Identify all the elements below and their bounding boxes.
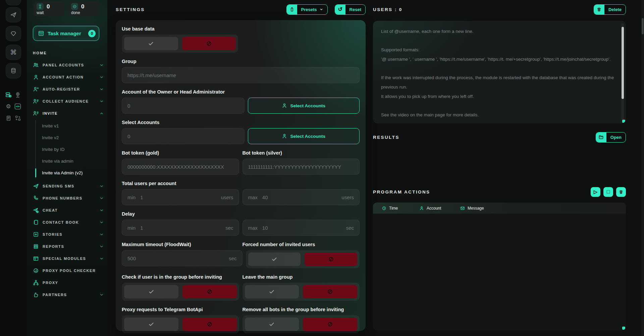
toggle-yes[interactable] [248, 253, 301, 266]
sidebar-item-invite-via-admin-v2[interactable]: Invite via Admin (v2) [36, 167, 104, 179]
bot-gold-input[interactable] [122, 159, 239, 175]
chevron-down-icon [99, 244, 104, 249]
sidebar-item-invite[interactable]: INVITE [33, 107, 104, 119]
resize-handle[interactable] [622, 120, 625, 123]
users-scrollbar[interactable] [622, 23, 624, 121]
select-accounts-button[interactable]: Select Accounts [248, 128, 360, 144]
send-icon[interactable] [6, 7, 21, 22]
database-icon[interactable] [6, 63, 21, 78]
column-account: Account [419, 206, 460, 211]
table-header: Time Account Message [373, 203, 626, 214]
group-label: Group [122, 58, 360, 65]
wait-label: wait [37, 10, 62, 15]
gear-icon[interactable]: ⚙ [5, 103, 12, 110]
scrollbar-thumb[interactable] [642, 18, 644, 34]
sidebar-item-account-action[interactable]: ACCOUNT ACTION [33, 71, 104, 83]
sidebar-item-proxy-pool-checker[interactable]: PROXY POOL CHECKER [33, 265, 104, 277]
toggle-yes[interactable] [245, 285, 299, 298]
program-actions-header: PROGRAM ACTIONS ▷ □ [373, 186, 626, 197]
timeout-input[interactable]: 500 sec [122, 250, 243, 266]
presets-button[interactable]: Presets [286, 4, 328, 15]
sidebar-item-phone-numbers[interactable]: PHONE NUMBERS [33, 192, 104, 204]
toggle-yes[interactable] [124, 318, 178, 331]
sidebar-item-sending-sms[interactable]: SENDING SMS [33, 180, 104, 192]
group-input[interactable] [122, 67, 360, 83]
owner-input[interactable] [122, 98, 245, 114]
clock-icon [382, 206, 386, 211]
bot-gold-label: Bot token (gold) [122, 150, 239, 156]
toggle-no[interactable] [182, 37, 236, 50]
sidebar-item-invite-by-id[interactable]: Invite by ID [36, 144, 104, 155]
sidebar-item-contact-book[interactable]: CONTACT BOOK [33, 216, 104, 228]
results-title: RESULTS [373, 135, 399, 140]
chevron-down-icon [99, 196, 104, 201]
toggle-no[interactable] [182, 285, 237, 298]
person-icon [282, 133, 287, 139]
open-results-button[interactable]: Open [596, 132, 626, 143]
reset-button[interactable]: ↺ Reset [335, 4, 366, 15]
toggle-no[interactable] [182, 318, 237, 331]
webcam-icon[interactable] [14, 91, 21, 99]
diamond-icon[interactable] [6, 26, 21, 41]
chevron-up-icon [99, 111, 104, 116]
task-manager-icon [38, 30, 44, 37]
bot-silver-input[interactable] [243, 159, 360, 175]
page-scrollbar[interactable] [641, 0, 644, 336]
toggle-no[interactable] [303, 285, 357, 298]
code-module-icon[interactable]: </> [14, 103, 21, 110]
server-check-icon[interactable] [5, 91, 12, 99]
users-textarea[interactable] [373, 21, 626, 123]
sidebar-item-invite-v2[interactable]: Invite v2 [36, 132, 104, 144]
sidebar-item-partners[interactable]: PARTNERS [33, 289, 104, 301]
toggle-no[interactable] [305, 253, 357, 266]
delete-users-button[interactable]: Delete [594, 4, 626, 15]
sidebar-item-invite-via-admin[interactable]: Invite via admin [36, 155, 104, 167]
chevron-down-icon [99, 292, 104, 297]
column-message: Message [460, 206, 484, 211]
swap-squares-icon[interactable] [14, 114, 21, 122]
delay-max-input[interactable]: max 10 sec [243, 220, 360, 236]
sidebar-item-reports[interactable]: REPORTS [33, 240, 104, 253]
stop-button[interactable]: □ [603, 187, 613, 197]
total-users-min-input[interactable]: min 1 users [122, 189, 239, 205]
audience-icon [33, 110, 39, 116]
invite-submenu: Invite v1 Invite v2 Invite by ID Invite … [35, 120, 104, 179]
sidebar-item-invite-v1[interactable]: Invite v1 [36, 120, 104, 132]
icon-rail: ⌘ ⚙ </> [0, 0, 27, 336]
report-icon [33, 243, 39, 249]
delay-label: Delay [122, 211, 360, 217]
command-icon[interactable]: ⌘ [6, 45, 21, 60]
scrollbar-thumb[interactable] [622, 27, 624, 99]
sidebar-item-proxy[interactable]: PROXY [33, 277, 104, 289]
hidden-rail-button[interactable] [6, 0, 21, 5]
done-label: done [71, 10, 96, 15]
clear-log-button[interactable] [616, 187, 626, 197]
sidebar-item-special-modules[interactable]: SPECIAL MODULES [33, 253, 104, 265]
check-in-group-label: Check if user is in the group before inv… [122, 274, 239, 280]
person-icon [33, 74, 39, 80]
forced-invited-toggle [246, 250, 360, 268]
document-icon[interactable] [5, 114, 12, 122]
resize-handle[interactable] [622, 327, 625, 330]
sidebar-item-cheat[interactable]: CHEAT [33, 204, 104, 216]
toggle-yes[interactable] [124, 285, 178, 298]
task-manager-button[interactable]: Task manager 0 [33, 26, 99, 41]
sidebar-section-home[interactable]: HOME [33, 47, 104, 59]
sidebar-nav: HOME PANEL ACCOUNTS ACCOUNT ACTION AUTO-… [33, 47, 104, 301]
sidebar-item-collect-audience[interactable]: COLLECT AUDIENCE [33, 95, 104, 107]
chevron-down-icon [99, 63, 104, 67]
remove-bots-toggle [243, 315, 360, 333]
toggle-yes[interactable] [124, 37, 178, 50]
delay-min-input[interactable]: min 1 sec [122, 220, 239, 236]
total-users-max-input[interactable]: max 40 users [243, 189, 360, 205]
select-accounts-input[interactable] [122, 128, 245, 144]
toggle-yes[interactable] [245, 318, 299, 331]
play-button[interactable]: ▷ [591, 187, 600, 197]
select-owner-accounts-button[interactable]: Select Accounts [248, 98, 360, 114]
sidebar-item-auto-register[interactable]: AUTO-REGISTER [33, 83, 104, 95]
paper-plane-icon [33, 183, 39, 189]
sidebar-item-panel-accounts[interactable]: PANEL ACCOUNTS [33, 59, 104, 71]
person-icon [282, 103, 287, 108]
toggle-no[interactable] [303, 318, 357, 331]
sidebar-item-stories[interactable]: STORIES [33, 228, 104, 240]
